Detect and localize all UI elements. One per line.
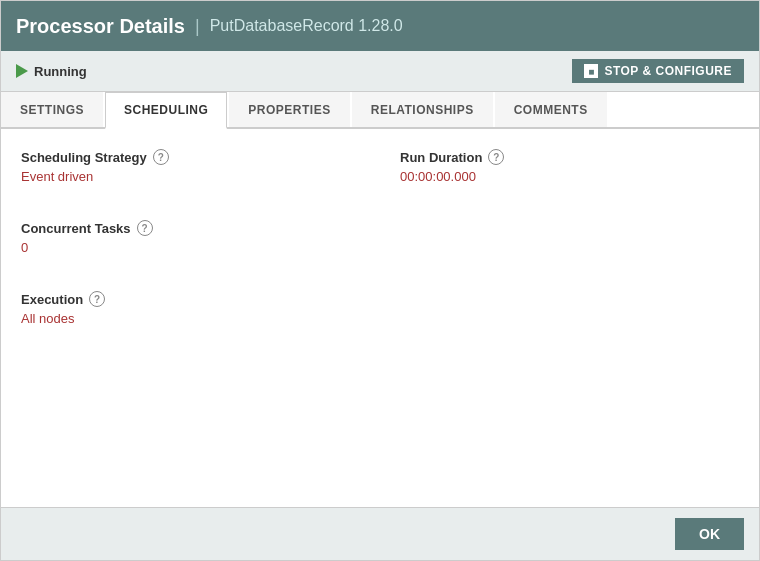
execution-value: All nodes — [21, 311, 360, 326]
execution-help-icon[interactable]: ? — [89, 291, 105, 307]
tab-comments[interactable]: COMMENTS — [495, 92, 607, 127]
header-subtitle: PutDatabaseRecord 1.28.0 — [210, 17, 403, 35]
header: Processor Details | PutDatabaseRecord 1.… — [1, 1, 759, 51]
stop-icon: ■ — [584, 64, 598, 78]
tab-scheduling[interactable]: SCHEDULING — [105, 92, 227, 129]
scheduling-strategy-field: Scheduling Strategy ? Event driven — [21, 149, 360, 184]
concurrent-tasks-value: 0 — [21, 240, 360, 255]
run-duration-field: Run Duration ? 00:00:00.000 — [400, 149, 739, 184]
concurrent-tasks-field: Concurrent Tasks ? 0 — [21, 220, 360, 255]
stop-configure-label: STOP & CONFIGURE — [604, 64, 732, 78]
scheduling-strategy-label: Scheduling Strategy ? — [21, 149, 360, 165]
play-icon — [16, 64, 28, 78]
concurrent-tasks-label: Concurrent Tasks ? — [21, 220, 360, 236]
run-duration-value: 00:00:00.000 — [400, 169, 739, 184]
footer: OK — [1, 507, 759, 560]
ok-button[interactable]: OK — [675, 518, 744, 550]
header-divider: | — [195, 16, 200, 37]
page-title: Processor Details — [16, 15, 185, 38]
status-running: Running — [16, 64, 87, 79]
tab-settings[interactable]: SETTINGS — [1, 92, 103, 127]
content-area: Scheduling Strategy ? Event driven Run D… — [1, 129, 759, 507]
scheduling-strategy-value: Event driven — [21, 169, 360, 184]
stop-configure-button[interactable]: ■ STOP & CONFIGURE — [572, 59, 744, 83]
status-label: Running — [34, 64, 87, 79]
tabs-container: SETTINGS SCHEDULING PROPERTIES RELATIONS… — [1, 92, 759, 129]
scheduling-form: Scheduling Strategy ? Event driven Run D… — [21, 149, 739, 342]
tab-relationships[interactable]: RELATIONSHIPS — [352, 92, 493, 127]
run-duration-label: Run Duration ? — [400, 149, 739, 165]
run-duration-help-icon[interactable]: ? — [488, 149, 504, 165]
empty-cell — [400, 220, 739, 271]
concurrent-tasks-help-icon[interactable]: ? — [137, 220, 153, 236]
tab-properties[interactable]: PROPERTIES — [229, 92, 349, 127]
status-bar: Running ■ STOP & CONFIGURE — [1, 51, 759, 92]
execution-label: Execution ? — [21, 291, 360, 307]
execution-field: Execution ? All nodes — [21, 291, 360, 326]
main-container: Processor Details | PutDatabaseRecord 1.… — [0, 0, 760, 561]
scheduling-strategy-help-icon[interactable]: ? — [153, 149, 169, 165]
